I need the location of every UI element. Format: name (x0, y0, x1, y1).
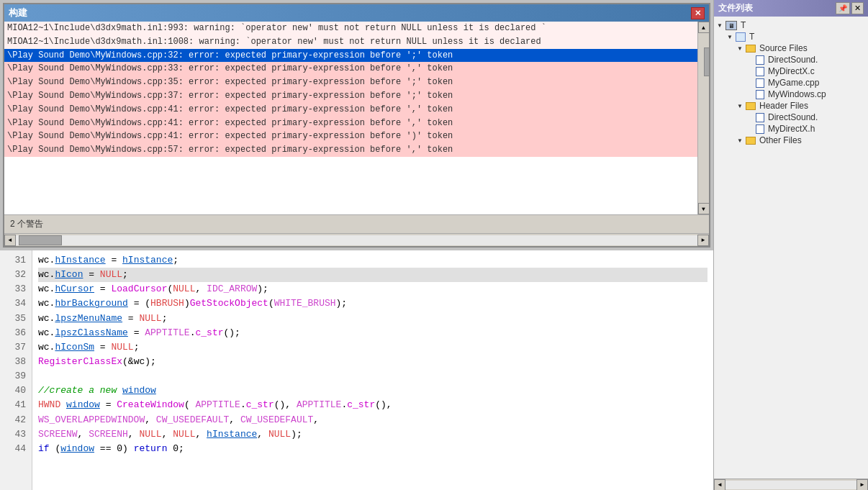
sidebar-scroll-left[interactable]: ◄ (714, 479, 725, 491)
sidebar-scroll-area[interactable]: ◄ ► (714, 478, 868, 490)
line-number: 42 (6, 413, 26, 427)
file-icon (756, 124, 764, 134)
code-content[interactable]: wc.hInstance = hInstance; wc.hIcon = NUL… (32, 250, 713, 490)
tree-item[interactable]: ▼🖥T (717, 19, 865, 31)
scroll-thumb-h[interactable] (19, 235, 62, 245)
folder-icon (746, 137, 756, 145)
sidebar-title: 文件列表 (718, 2, 753, 14)
tree-item[interactable]: MyGame.cpp (717, 77, 865, 89)
expand-arrow-icon[interactable]: ▼ (737, 45, 744, 52)
line-number: 44 (6, 442, 26, 456)
line-number: 33 (6, 282, 26, 296)
file-icon (756, 90, 764, 99)
code-editor: 3132333435363738394041424344 wc.hInstanc… (0, 250, 713, 490)
build-line[interactable]: MIOA12~1\Include\d3dx9math.inl:993: warn… (4, 22, 697, 35)
tree-item-label: Other Files (759, 135, 802, 145)
code-line[interactable]: wc.hIconSm = NULL; (38, 340, 707, 355)
code-line[interactable]: if (window == 0) return 0; (38, 442, 707, 456)
line-number: 36 (6, 326, 26, 340)
scroll-left-arrow[interactable]: ◄ (4, 235, 16, 246)
build-panel: 构建 ✕ MIOA12~1\Include\d3dx9math.inl:993:… (3, 3, 710, 248)
code-line[interactable]: wc.hCursor = LoadCursor(NULL, IDC_ARROW)… (38, 282, 707, 296)
sidebar-scroll-track[interactable] (725, 481, 856, 489)
code-line[interactable]: wc.hbrBackground = (HBRUSH)GetStockObjec… (38, 296, 707, 311)
code-line[interactable]: wc.hIcon = NULL; (38, 268, 707, 282)
scroll-down-arrow[interactable]: ▼ (698, 203, 710, 214)
scroll-thumb-v[interactable] (704, 47, 710, 76)
right-sidebar: 文件列表 📌 ✕ ▼🖥T▼T▼Source FilesDirectSound.M… (713, 0, 868, 490)
build-scrollbar-horizontal[interactable]: ◄ ► (4, 233, 709, 246)
line-number: 35 (6, 312, 26, 326)
code-line[interactable]: wc.lpszMenuName = NULL; (38, 312, 707, 326)
scroll-right-arrow[interactable]: ► (697, 235, 709, 246)
line-number: 40 (6, 384, 26, 398)
build-scrollbar-vertical[interactable]: ▲ ▼ (697, 22, 709, 214)
expand-arrow-icon[interactable]: ▼ (737, 103, 744, 109)
tree-item[interactable]: ▼T (717, 31, 865, 42)
line-number: 39 (6, 369, 26, 384)
tree-item[interactable]: DirectSound. (717, 54, 865, 65)
file-icon (756, 113, 764, 122)
expand-arrow-icon[interactable]: ▼ (727, 34, 734, 40)
sidebar-titlebar: 文件列表 📌 ✕ (714, 0, 868, 17)
build-footer: 2 个警告 (4, 214, 709, 233)
build-panel-title: 构建 (9, 6, 27, 19)
line-number: 41 (6, 398, 26, 412)
code-line[interactable]: SCREENW, SCREENH, NULL, NULL, hInstance,… (38, 427, 707, 442)
tree-item-label: MyGame.cpp (768, 78, 819, 88)
project-icon (736, 32, 746, 42)
build-line[interactable]: \Play Sound Demo\MyWindows.cpp:41: error… (4, 117, 697, 130)
computer-icon: 🖥 (725, 21, 737, 30)
tree-item-label: MyDirectX.c (768, 66, 815, 76)
build-line[interactable]: \Play Sound Demo\MyWindows.cpp:37: error… (4, 89, 697, 103)
tree-item-label: DirectSound. (768, 55, 818, 65)
build-line[interactable]: \Play Sound Demo\MyWindows.cpp:41: error… (4, 103, 697, 117)
sidebar-pin-button[interactable]: 📌 (836, 2, 850, 14)
build-output-content[interactable]: MIOA12~1\Include\d3dx9math.inl:993: warn… (4, 22, 697, 214)
expand-arrow-icon[interactable]: ▼ (717, 22, 724, 29)
build-line[interactable]: MIOA12~1\Include\d3dx9math.inl:1008: war… (4, 35, 697, 49)
tree-item[interactable]: MyWindows.cp (717, 89, 865, 100)
tree-item-label: Source Files (759, 43, 808, 53)
line-number: 32 (6, 268, 26, 282)
build-line[interactable]: \Play Sound Demo\MyWindows.cpp:32: error… (4, 49, 697, 63)
scroll-up-arrow[interactable]: ▲ (698, 22, 710, 33)
build-line[interactable]: \Play Sound Demo\MyWindows.cpp:35: error… (4, 76, 697, 89)
line-number: 43 (6, 427, 26, 442)
tree-item[interactable]: ▼Header Files (717, 100, 865, 112)
file-tree[interactable]: ▼🖥T▼T▼Source FilesDirectSound.MyDirectX.… (714, 17, 868, 478)
code-line[interactable]: WS_OVERLAPPEDWINDOW, CW_USEDEFAULT, CW_U… (38, 413, 707, 427)
code-line[interactable]: RegisterClassEx(&wc); (38, 355, 707, 369)
folder-icon (746, 102, 756, 110)
line-number: 37 (6, 340, 26, 355)
file-icon (756, 55, 764, 65)
line-number: 38 (6, 355, 26, 369)
code-line[interactable]: wc.hInstance = hInstance; (38, 253, 707, 268)
tree-item[interactable]: ▼Source Files (717, 42, 865, 54)
build-line[interactable]: \Play Sound Demo\MyWindows.cpp:33: error… (4, 62, 697, 76)
line-number: 34 (6, 296, 26, 311)
expand-arrow-icon[interactable]: ▼ (737, 137, 744, 144)
tree-item-label: MyDirectX.h (768, 124, 815, 134)
sidebar-close-button[interactable]: ✕ (851, 2, 864, 14)
build-line[interactable]: \Play Sound Demo\MyWindows.cpp:41: error… (4, 130, 697, 143)
tree-item-label: Header Files (759, 101, 808, 111)
build-line[interactable]: \Play Sound Demo\MyWindows.cpp:57: error… (4, 143, 697, 157)
tree-item[interactable]: MyDirectX.h (717, 123, 865, 135)
tree-item-label: T (741, 20, 746, 30)
scroll-track-h[interactable] (16, 235, 697, 245)
build-panel-close-button[interactable]: ✕ (691, 7, 705, 19)
folder-icon (746, 45, 756, 53)
tree-item[interactable]: MyDirectX.c (717, 65, 865, 77)
file-icon (756, 67, 764, 76)
code-line[interactable] (38, 369, 707, 384)
main-area: 构建 ✕ MIOA12~1\Include\d3dx9math.inl:993:… (0, 0, 713, 490)
code-line[interactable]: HWND window = CreateWindow( APPTITLE.c_s… (38, 398, 707, 412)
code-line[interactable]: wc.lpszClassName = APPTITLE.c_str(); (38, 326, 707, 340)
tree-item[interactable]: DirectSound. (717, 112, 865, 123)
file-icon (756, 78, 764, 88)
code-line[interactable]: //create a new window (38, 384, 707, 398)
build-output: MIOA12~1\Include\d3dx9math.inl:993: warn… (4, 22, 709, 214)
tree-item[interactable]: ▼Other Files (717, 135, 865, 146)
sidebar-scroll-right[interactable]: ► (856, 479, 868, 491)
